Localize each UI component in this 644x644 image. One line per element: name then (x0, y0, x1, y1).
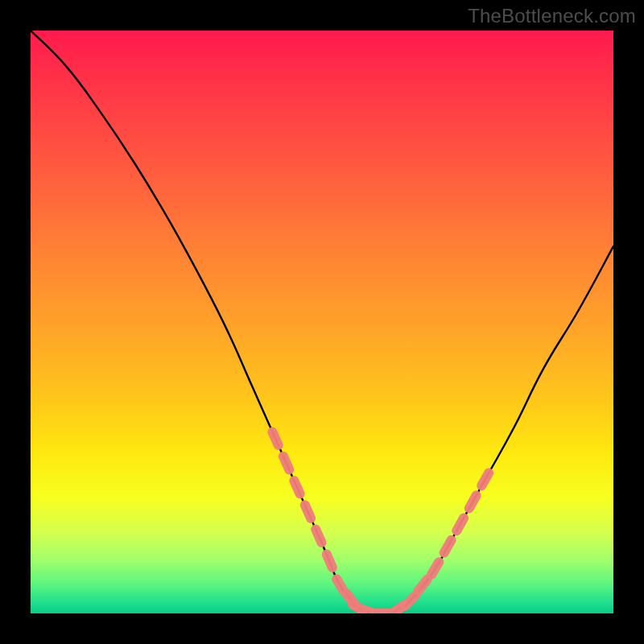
near-optimal-markers (272, 432, 489, 613)
bottleneck-curve-path (31, 31, 613, 613)
bottleneck-curve-svg (31, 31, 613, 613)
plot-area (31, 31, 613, 613)
attribution-text: TheBottleneck.com (468, 5, 636, 27)
chart-frame: TheBottleneck.com (0, 0, 644, 644)
